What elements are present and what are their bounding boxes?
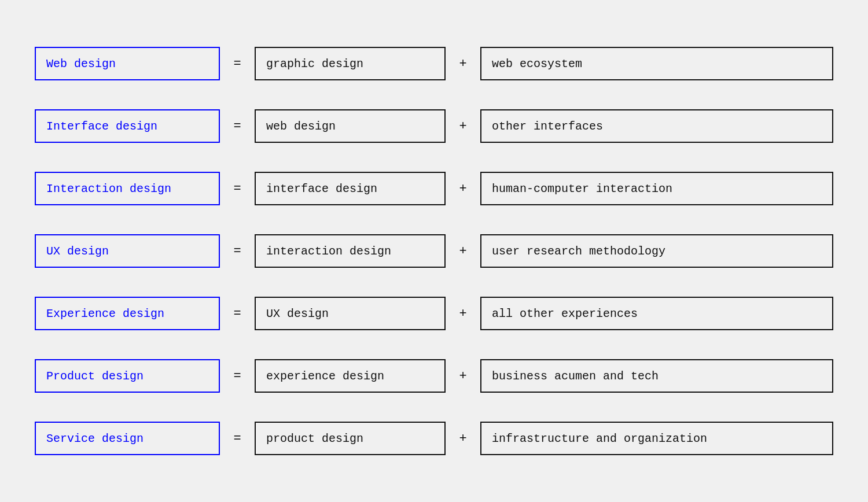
component-right: user research methodology [480,234,833,268]
component-right: human-computer interaction [480,172,833,205]
equation-row: Interface design=web design+other interf… [35,95,833,157]
component-left: UX design [255,297,446,330]
equation-row: UX design=interaction design+user resear… [35,220,833,282]
plus-operator: + [446,244,480,259]
term-label: UX design [35,234,220,268]
equals-operator: = [220,182,255,196]
equation-row: Experience design=UX design+all other ex… [35,282,833,345]
component-right: web ecosystem [480,47,833,80]
equation-row: Service design=product design+infrastruc… [35,407,833,470]
component-right: infrastructure and organization [480,422,833,455]
plus-operator: + [446,369,480,383]
equals-operator: = [220,431,255,446]
component-left: web design [255,109,446,143]
term-label: Web design [35,47,220,80]
equation-row: Product design=experience design+busines… [35,345,833,407]
term-label: Interaction design [35,172,220,205]
main-container: Web design=graphic design+web ecosystemI… [35,9,833,493]
component-left: interface design [255,172,446,205]
component-right: other interfaces [480,109,833,143]
plus-operator: + [446,57,480,71]
equation-row: Web design=graphic design+web ecosystem [35,32,833,95]
component-left: graphic design [255,47,446,80]
component-right: all other experiences [480,297,833,330]
term-label: Interface design [35,109,220,143]
equals-operator: = [220,244,255,259]
plus-operator: + [446,182,480,196]
equals-operator: = [220,57,255,71]
equals-operator: = [220,119,255,134]
term-label: Experience design [35,297,220,330]
component-left: experience design [255,359,446,393]
component-left: interaction design [255,234,446,268]
equals-operator: = [220,369,255,383]
component-left: product design [255,422,446,455]
plus-operator: + [446,307,480,321]
plus-operator: + [446,119,480,134]
component-right: business acumen and tech [480,359,833,393]
equals-operator: = [220,307,255,321]
term-label: Service design [35,422,220,455]
plus-operator: + [446,431,480,446]
term-label: Product design [35,359,220,393]
equation-row: Interaction design=interface design+huma… [35,157,833,220]
